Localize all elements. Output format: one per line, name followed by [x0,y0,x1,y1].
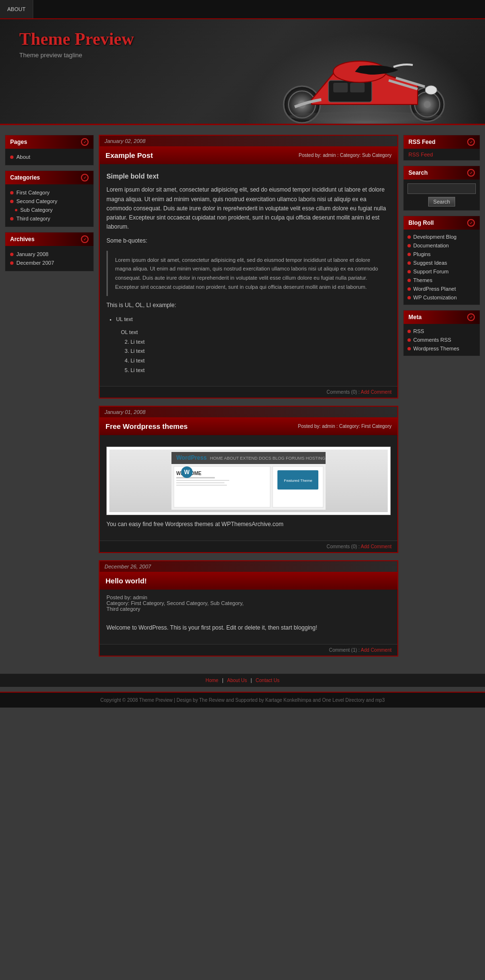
post1-list-label: This is UL, OL, LI example: [106,301,391,310]
top-navigation: ABOUT [0,0,485,19]
post1-blockquote: Lorem ipsum dolor sit amet, consectetur … [106,251,391,297]
wp-placeholder: WordPress HOME ABOUT EXTEND DOCS BLOG FO… [109,450,388,512]
svg-rect-25 [176,485,227,486]
pages-title: Pages ✓ [5,135,93,149]
meta-title: Meta ✓ [404,310,480,324]
bullet-icon [10,191,13,194]
post1-title[interactable]: Example Post [105,151,153,159]
post2-date: January 01, 2008 [100,407,397,417]
sidebar-item-second-category[interactable]: Second Category [10,197,89,206]
blogroll-list: Development Blog Documentation Plugins S… [404,230,480,305]
ul-item: UL text [116,315,391,324]
footer-nav: Home | About Us | Contact Us [0,673,485,687]
blogroll-item-documentation[interactable]: Documentation [407,241,476,250]
post2-body: WordPress HOME ABOUT EXTEND DOCS BLOG FO… [100,435,397,541]
post3-title[interactable]: Hello world! [105,577,147,585]
site-tagline: Theme preview tagline [19,52,466,59]
bullet-icon [407,270,411,273]
post1-paragraph: Lorem ipsum dolor sit amet, consectetur … [106,185,391,232]
post3-meta-section: Posted by: admin Category: First Categor… [100,590,397,617]
post1-header: Example Post Posted by: admin : Category… [100,146,397,164]
post3-meta-category2: Third category [106,606,391,612]
sub-bullet-icon [15,209,17,211]
sidebar-item-sub-category[interactable]: Sub Category [10,206,89,214]
search-form: Search [404,180,480,210]
bullet-icon [407,330,411,333]
search-button[interactable]: Search [428,197,456,206]
post2-meta: Posted by: admin : Category: First Categ… [298,424,392,429]
svg-point-13 [425,86,437,94]
bullet-icon [407,235,411,239]
li-item-4: Li text [131,366,391,375]
bullet-icon [407,287,411,291]
post2-title[interactable]: Free Wordpress themes [105,422,188,430]
svg-text:W: W [184,469,190,476]
blogroll-item-themes[interactable]: Themes [407,276,476,284]
svg-rect-24 [176,482,224,483]
categories-title: Categories ✓ [5,171,93,184]
bullet-icon [10,261,13,265]
bullet-icon [407,296,411,299]
rss-box: RSS Feed ✓ RSS Feed [403,135,480,161]
blogroll-item-wp-customization[interactable]: WP Customization [407,293,476,302]
archives-list: January 2008 December 2007 [5,246,93,271]
rss-title: RSS Feed ✓ [404,135,480,149]
rss-icon: ✓ [467,138,475,146]
bullet-icon [407,347,411,350]
sidebar-item-first-category[interactable]: First Category [10,188,89,197]
post3-body-text: Welcome to WordPress. This is your first… [106,623,391,632]
rss-link[interactable]: RSS Feed [404,149,480,160]
categories-box: Categories ✓ First Category Second Categ… [5,170,94,227]
footer-nav-home[interactable]: Home [206,678,219,683]
main-wrapper: Pages ✓ About Categories ✓ First Categor… [0,125,485,673]
blogroll-item-support-forum[interactable]: Support Forum [407,267,476,276]
post1-bquote-label: Some b-quotes: [106,236,391,245]
blogroll-title: Blog Roll ✓ [404,216,480,230]
sidebar-item-dec-2007[interactable]: December 2007 [10,258,89,267]
blogroll-item-suggest-ideas[interactable]: Suggest Ideas [407,258,476,267]
sidebar-item-about[interactable]: About [10,153,89,161]
footer-copyright: Copyright © 2008 Theme Preview | Design … [100,697,384,703]
sidebar-left: Pages ✓ About Categories ✓ First Categor… [5,135,94,664]
post1-add-comment[interactable]: Add Comment [361,389,392,395]
post3-add-comment[interactable]: Add Comment [361,647,392,653]
bullet-icon [10,155,13,159]
svg-rect-23 [176,480,229,481]
svg-text:Featured Theme: Featured Theme [284,478,313,483]
pages-box: Pages ✓ About [5,135,94,166]
bullet-icon [10,200,13,203]
post2-add-comment[interactable]: Add Comment [361,544,392,549]
meta-item-comments-rss[interactable]: Comments RSS [407,335,476,344]
site-title: Theme Preview [19,29,466,49]
site-header: Theme Preview Theme preview tagline [0,19,485,125]
search-input[interactable] [407,183,476,194]
blogroll-item-devblog[interactable]: Development Blog [407,232,476,241]
sidebar-item-third-category[interactable]: Third category [10,214,89,223]
meta-item-wp-themes[interactable]: Wordpress Themes [407,344,476,353]
site-footer: Copyright © 2008 Theme Preview | Design … [0,692,485,708]
pages-list: About [5,149,93,165]
meta-item-rss[interactable]: RSS [407,327,476,335]
post3-date: December 26, 2007 [100,561,397,572]
bullet-icon [407,338,411,342]
sidebar-item-jan-2008[interactable]: January 2008 [10,250,89,258]
post2-header: Free Wordpress themes Posted by: admin :… [100,417,397,435]
post1-date: January 02, 2008 [100,136,397,146]
sidebar-right: RSS Feed ✓ RSS Feed Search ✓ Search Blog… [403,135,480,664]
blogroll-item-wp-planet[interactable]: WordPress Planet [407,284,476,293]
post1-meta: Posted by: admin : Category: Sub Categor… [299,153,392,158]
bullet-icon [407,253,411,256]
post3-footer: Comment (1) : Add Comment [100,644,397,656]
post2-footer: Comments (0) : Add Comment [100,541,397,552]
li-item-1: Li text [131,338,391,347]
post-wordpress: January 01, 2008 Free Wordpress themes P… [99,406,398,553]
blogroll-item-plugins[interactable]: Plugins [407,250,476,258]
bullet-icon [407,244,411,247]
archives-box: Archives ✓ January 2008 December 2007 [5,232,94,271]
bullet-icon [407,279,411,282]
footer-nav-contact[interactable]: Contact Us [256,678,279,683]
wordpress-image: WordPress HOME ABOUT EXTEND DOCS BLOG FO… [106,447,391,515]
nav-about[interactable]: ABOUT [0,0,33,18]
footer-nav-about[interactable]: About Us [227,678,247,683]
post-hello-world: December 26, 2007 Hello world! Posted by… [99,560,398,657]
